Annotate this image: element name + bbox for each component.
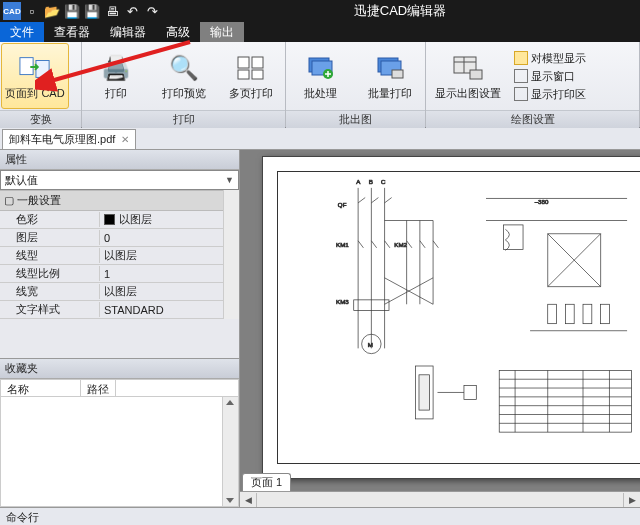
page-tabs: 页面 1 [240,471,291,491]
printer-icon: 🖨️ [100,52,132,84]
horizontal-scrollbar[interactable]: ◀ ▶ [240,491,640,507]
multi-print-button[interactable]: 多页打印 [218,43,284,109]
undo-icon[interactable]: ↶ [123,2,141,20]
page-to-cad-button[interactable]: 页面到 CAD [1,43,69,109]
batch-print-button[interactable]: 批量打印 [357,43,425,109]
quick-access-toolbar: CAD ▫ 📂 💾 💾 🖶 ↶ ↷ 迅捷CAD编辑器 [0,0,640,22]
color-swatch [104,214,115,225]
svg-rect-52 [601,304,610,323]
show-print-area-button[interactable]: 显示打印区 [514,85,586,103]
area-icon [514,87,528,101]
svg-text:KM1: KM1 [336,241,349,248]
menu-advanced[interactable]: 高级 [156,22,200,42]
svg-rect-38 [464,385,476,399]
favorites-header: 收藏夹 [0,359,239,379]
new-icon[interactable]: ▫ [23,2,41,20]
svg-rect-49 [548,304,557,323]
prop-row-color[interactable]: 色彩以图层 [0,211,239,229]
group-print-label: 打印 [82,110,285,128]
page-to-cad-label: 页面到 CAD [5,86,64,101]
fav-col-path[interactable]: 路径 [81,380,116,396]
app-icon[interactable]: CAD [3,2,21,20]
svg-text:KM2: KM2 [394,241,407,248]
print-button[interactable]: 🖨️ 打印 [83,43,149,109]
favorites-scrollbar[interactable] [222,397,238,506]
show-window-button[interactable]: 显示窗口 [514,67,586,85]
svg-text:C: C [381,178,386,185]
group-convert-label: 变换 [0,110,81,128]
batch-icon [305,52,337,84]
svg-text:A: A [356,178,361,185]
batch-button[interactable]: 批处理 [287,43,355,109]
svg-rect-0 [20,57,33,74]
favorites-body [0,397,239,507]
multipage-icon [235,52,267,84]
favorites-columns: 名称 路径 [0,379,239,397]
properties-scrollbar[interactable] [223,190,239,319]
menu-viewer[interactable]: 查看器 [44,22,100,42]
redo-icon[interactable]: ↷ [143,2,161,20]
status-bar: 命令行 [0,507,640,525]
scroll-left-icon[interactable]: ◀ [240,495,256,505]
svg-rect-51 [583,304,592,323]
page-to-cad-icon [19,52,51,84]
prop-row-linetype[interactable]: 线型以图层 [0,247,239,265]
svg-text:B: B [369,178,373,185]
model-display-button[interactable]: 对模型显示 [514,49,586,67]
ribbon: 页面到 CAD 变换 🖨️ 打印 🔍 打印预览 多页打印 打印 [0,42,640,128]
open-icon[interactable]: 📂 [43,2,61,20]
print-preview-button[interactable]: 🔍 打印预览 [151,43,217,109]
svg-rect-1 [36,60,49,77]
fav-col-name[interactable]: 名称 [1,380,81,396]
svg-rect-42 [504,225,523,250]
group-batch-label: 批出图 [286,110,425,128]
default-combo[interactable]: 默认值 ▼ [0,170,239,190]
prop-row-textstyle[interactable]: 文字样式STANDARD [0,301,239,319]
svg-rect-50 [565,304,574,323]
svg-text:KM3: KM3 [336,298,349,305]
svg-text:M: M [368,341,373,348]
save-icon[interactable]: 💾 [63,2,81,20]
svg-rect-15 [470,70,482,79]
app-title: 迅捷CAD编辑器 [162,2,638,20]
properties-header: 属性 [0,150,239,170]
document-tab-label: 卸料车电气原理图.pdf [9,132,115,147]
prop-row-linescale[interactable]: 线型比例1 [0,265,239,283]
svg-rect-54 [499,370,631,432]
print-icon[interactable]: 🖶 [103,2,121,20]
schematic-drawing: ABC QF KM1 KM2 [278,172,640,463]
preview-icon: 🔍 [168,52,200,84]
left-panel: 属性 默认值 ▼ ▢ 一般设置 色彩以图层 图层0 线型以图层 线型比例1 线宽… [0,150,240,507]
page-tab[interactable]: 页面 1 [242,473,291,491]
svg-text:QF: QF [338,201,347,208]
close-tab-icon[interactable]: ✕ [121,134,129,145]
page-sheet: ABC QF KM1 KM2 [262,156,640,479]
svg-rect-4 [238,70,249,79]
model-icon [514,51,528,65]
svg-rect-11 [392,70,403,78]
menu-bar: 文件 查看器 编辑器 高级 输出 [0,22,640,42]
window-icon [514,69,528,83]
section-general[interactable]: ▢ 一般设置 [0,190,239,211]
menu-editor[interactable]: 编辑器 [100,22,156,42]
saveas-icon[interactable]: 💾 [83,2,101,20]
menu-output[interactable]: 输出 [200,22,244,42]
svg-rect-2 [238,57,249,68]
scroll-right-icon[interactable]: ▶ [624,495,640,505]
document-tabs: 卸料车电气原理图.pdf ✕ [0,128,640,150]
svg-rect-3 [252,57,263,68]
chevron-down-icon: ▼ [225,175,234,185]
show-plot-settings-button[interactable]: 显示出图设置 [427,43,509,109]
prop-row-layer[interactable]: 图层0 [0,229,239,247]
batch-print-icon [374,52,406,84]
document-tab[interactable]: 卸料车电气原理图.pdf ✕ [2,129,136,149]
plot-settings-icon [452,52,484,84]
drawing-canvas[interactable]: ABC QF KM1 KM2 [240,150,640,507]
svg-rect-5 [252,70,263,79]
svg-rect-36 [419,375,430,410]
group-plot-settings-label: 绘图设置 [426,110,639,128]
prop-row-lineweight[interactable]: 线宽以图层 [0,283,239,301]
menu-file[interactable]: 文件 [0,22,44,42]
